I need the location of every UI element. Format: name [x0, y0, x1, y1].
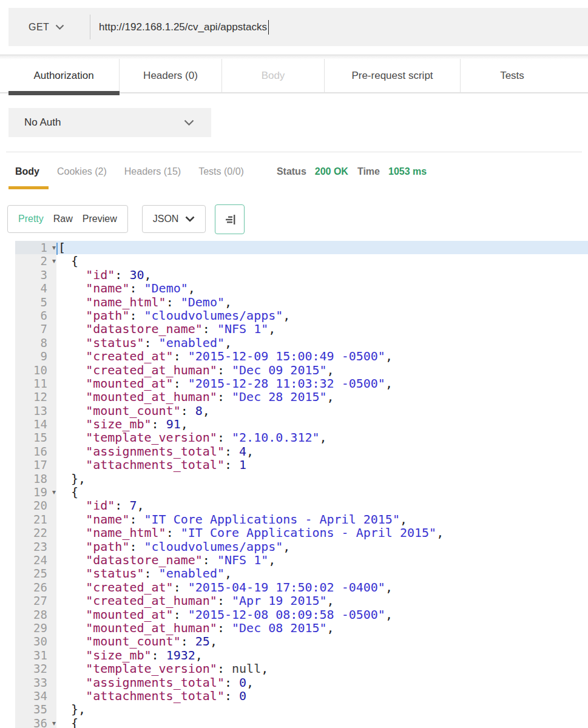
code-line[interactable]: 12 "mounted_at_human": "Dec 28 2015",	[0, 390, 588, 403]
tab-authorization[interactable]: Authorization	[8, 59, 120, 92]
line-number: 25	[15, 567, 56, 580]
line-number: 28	[15, 608, 56, 621]
code-line[interactable]: 16 "assignments_total": 4,	[0, 445, 588, 458]
code-line-content: "created_at": "2015-12-09 15:00:49 -0500…	[56, 349, 588, 363]
code-line[interactable]: 26 "created_at": "2015-04-19 17:50:02 -0…	[0, 581, 588, 594]
fold-arrow-icon[interactable]: ▾	[52, 716, 56, 728]
time-value: 1053 ms	[388, 166, 427, 177]
code-line[interactable]: 3 "id": 30,	[0, 268, 588, 281]
line-number: 31	[15, 649, 56, 662]
tab-tests[interactable]: Tests	[461, 59, 564, 92]
line-number[interactable]: 19▾	[15, 485, 56, 499]
fold-arrow-icon[interactable]: ▾	[52, 254, 56, 268]
code-line[interactable]: 30 "mount_count": 25,	[0, 635, 588, 648]
format-value: JSON	[153, 214, 179, 224]
line-number: 17	[15, 458, 56, 471]
tab-headers[interactable]: Headers (0)	[120, 59, 222, 92]
line-number: 18	[15, 472, 56, 485]
code-line[interactable]: 21 "name": "IT Core Applications - April…	[0, 513, 588, 526]
line-number[interactable]: 36▾	[15, 716, 56, 728]
code-line[interactable]: 19▾ {	[0, 485, 588, 499]
code-line[interactable]: 4 "name": "Demo",	[0, 281, 588, 295]
url-input[interactable]: http://192.168.1.25/cv_api/appstacks	[90, 8, 588, 46]
code-line[interactable]: 2▾ {	[0, 254, 588, 268]
tab-body[interactable]: Body	[222, 59, 325, 92]
code-line[interactable]: 14 "size_mb": 91,	[0, 417, 588, 431]
code-line[interactable]: 29 "mounted_at_human": "Dec 08 2015",	[0, 621, 588, 635]
code-line[interactable]: 11 "mounted_at": "2015-12-28 11:03:32 -0…	[0, 377, 588, 390]
align-right-icon	[223, 213, 237, 226]
code-line[interactable]: 8 "status": "enabled",	[0, 336, 588, 349]
response-tab-headers[interactable]: Headers (15)	[124, 166, 181, 177]
code-line[interactable]: 32 "template_version": null,	[0, 662, 588, 675]
line-number: 22	[15, 526, 56, 539]
line-number: 8	[15, 336, 56, 349]
code-line[interactable]: 9 "created_at": "2015-12-09 15:00:49 -05…	[0, 349, 588, 363]
response-meta-bar: Body Cookies (2) Headers (15) Tests (0/0…	[15, 166, 427, 177]
code-line-content: "datastore_name": "NFS 1",	[56, 553, 588, 567]
tab-pre-request-script[interactable]: Pre-request script	[325, 59, 461, 92]
code-line[interactable]: 24 "datastore_name": "NFS 1",	[0, 553, 588, 567]
code-line[interactable]: 25 "status": "enabled",	[0, 567, 588, 580]
code-line-content: "id": 30,	[56, 268, 588, 281]
format-dropdown[interactable]: JSON	[142, 205, 206, 233]
preview-button[interactable]: Preview	[83, 214, 117, 224]
code-line[interactable]: 13 "mount_count": 8,	[0, 404, 588, 417]
code-line-content: "created_at_human": "Apr 19 2015",	[56, 594, 588, 607]
method-label: GET	[29, 22, 49, 33]
raw-button[interactable]: Raw	[53, 214, 73, 224]
time-label: Time	[357, 166, 380, 177]
code-line[interactable]: 5 "name_html": "Demo",	[0, 295, 588, 309]
code-line[interactable]: 34 "attachments_total": 0	[0, 689, 588, 703]
method-dropdown[interactable]: GET	[8, 8, 90, 46]
code-line-content: "name": "IT Core Applications - April 20…	[56, 513, 588, 526]
fold-arrow-icon[interactable]: ▾	[52, 485, 56, 499]
code-line[interactable]: 27 "created_at_human": "Apr 19 2015",	[0, 594, 588, 607]
response-tab-cookies[interactable]: Cookies (2)	[57, 166, 107, 177]
url-text: http://192.168.1.25/cv_api/appstacks	[99, 21, 267, 33]
view-mode-group: Pretty Raw Preview	[7, 205, 128, 233]
code-line[interactable]: 22 "name_html": "IT Core Applications - …	[0, 526, 588, 539]
code-line[interactable]: 33 "assignments_total": 0,	[0, 676, 588, 689]
code-line-content: [	[56, 241, 588, 254]
code-line-content: },	[56, 472, 588, 485]
code-line-content: "mounted_at_human": "Dec 08 2015",	[56, 621, 588, 635]
response-tab-tests[interactable]: Tests (0/0)	[198, 166, 244, 177]
code-line[interactable]: 6 "path": "cloudvolumes/apps",	[0, 309, 588, 322]
code-line[interactable]: 36▾ {	[0, 716, 588, 728]
code-line-content: "id": 7,	[56, 499, 588, 512]
code-line-content: "name": "Demo",	[56, 281, 588, 295]
code-line[interactable]: 7 "datastore_name": "NFS 1",	[0, 322, 588, 335]
code-line[interactable]: 1▾[	[0, 241, 588, 254]
response-body-editor[interactable]: 1▾[2▾ {3 "id": 30,4 "name": "Demo",5 "na…	[0, 241, 588, 728]
response-body-lines: 1▾[2▾ {3 "id": 30,4 "name": "Demo",5 "na…	[0, 241, 588, 728]
code-line-content: "name_html": "Demo",	[56, 295, 588, 309]
code-line[interactable]: 31 "size_mb": 1932,	[0, 649, 588, 662]
code-line[interactable]: 15 "template_version": "2.10.0.312",	[0, 431, 588, 444]
line-number: 20	[15, 499, 56, 512]
line-number: 15	[15, 431, 56, 444]
auth-type-value: No Auth	[24, 116, 61, 129]
response-tab-body[interactable]: Body	[15, 166, 39, 177]
code-line-content: "size_mb": 91,	[56, 417, 588, 431]
editor-text-cursor	[56, 243, 58, 255]
line-number[interactable]: 2▾	[15, 254, 56, 268]
code-line[interactable]: 18 },	[0, 472, 588, 485]
pretty-button[interactable]: Pretty	[18, 214, 44, 224]
response-view-bar: Pretty Raw Preview JSON	[7, 205, 245, 234]
line-number[interactable]: 1▾	[15, 241, 56, 254]
code-line[interactable]: 28 "mounted_at": "2015-12-08 08:09:58 -0…	[0, 608, 588, 621]
line-number: 3	[15, 268, 56, 281]
code-line-content: "template_version": null,	[56, 662, 588, 675]
code-line-content: "mounted_at": "2015-12-28 11:03:32 -0500…	[56, 377, 588, 390]
code-line[interactable]: 17 "attachments_total": 1	[0, 458, 588, 471]
code-line[interactable]: 35 },	[0, 703, 588, 716]
fold-arrow-icon[interactable]: ▾	[52, 241, 56, 254]
auth-type-dropdown[interactable]: No Auth	[8, 108, 211, 137]
code-line[interactable]: 20 "id": 7,	[0, 499, 588, 512]
code-line[interactable]: 10 "created_at_human": "Dec 09 2015",	[0, 363, 588, 377]
beautify-button[interactable]	[215, 204, 245, 234]
line-number: 13	[15, 404, 56, 417]
code-line-content: "assignments_total": 4,	[56, 445, 588, 458]
code-line[interactable]: 23 "path": "cloudvolumes/apps",	[0, 540, 588, 553]
